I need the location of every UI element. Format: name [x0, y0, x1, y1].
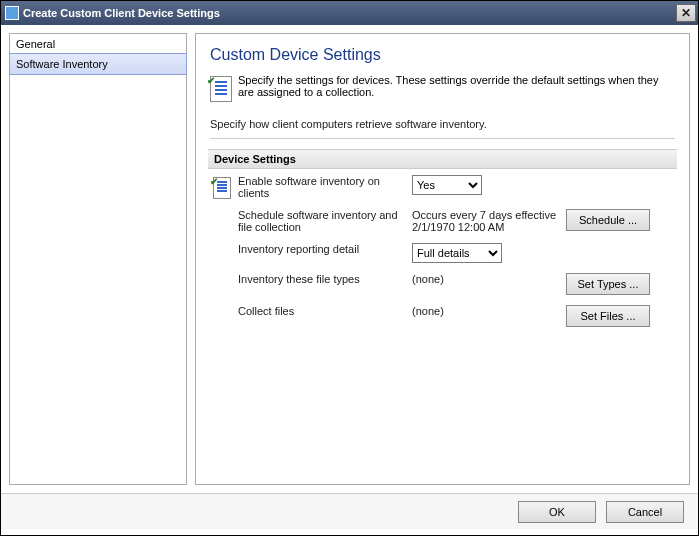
- nav-item-general[interactable]: General: [10, 34, 186, 54]
- enable-select[interactable]: Yes No: [412, 175, 482, 195]
- page-subdescription: Specify how client computers retrieve so…: [210, 118, 675, 130]
- settings-icon: ✔: [210, 76, 232, 102]
- page-description: Specify the settings for devices. These …: [238, 74, 675, 98]
- ok-button[interactable]: OK: [518, 501, 596, 523]
- checklist-icon: ✔: [213, 177, 231, 199]
- close-button[interactable]: ✕: [676, 4, 696, 22]
- reporting-label: Inventory reporting detail: [238, 243, 408, 255]
- section-title: Device Settings: [208, 149, 677, 169]
- schedule-label: Schedule software inventory and file col…: [238, 209, 408, 233]
- nav-item-label: General: [16, 38, 55, 50]
- window-title: Create Custom Client Device Settings: [23, 7, 220, 19]
- filetypes-label: Inventory these file types: [238, 273, 408, 285]
- set-types-button[interactable]: Set Types ...: [566, 273, 650, 295]
- nav-item-label: Software Inventory: [16, 58, 108, 70]
- filetypes-value: (none): [412, 273, 562, 285]
- cancel-button[interactable]: Cancel: [606, 501, 684, 523]
- nav-panel: General Software Inventory: [9, 33, 187, 485]
- nav-item-software-inventory[interactable]: Software Inventory: [9, 53, 187, 75]
- dialog-button-bar: OK Cancel: [1, 493, 698, 529]
- collectfiles-label: Collect files: [238, 305, 408, 317]
- schedule-value: Occurs every 7 days effective 2/1/1970 1…: [412, 209, 562, 233]
- content-panel: Custom Device Settings ✔ Specify the set…: [195, 33, 690, 485]
- reporting-select[interactable]: Full details: [412, 243, 502, 263]
- close-icon: ✕: [681, 6, 691, 20]
- schedule-button[interactable]: Schedule ...: [566, 209, 650, 231]
- divider: [210, 138, 675, 139]
- page-heading: Custom Device Settings: [210, 46, 675, 64]
- enable-label: Enable software inventory on clients: [238, 175, 408, 199]
- title-bar: Create Custom Client Device Settings ✕: [1, 1, 698, 25]
- set-files-button[interactable]: Set Files ...: [566, 305, 650, 327]
- app-icon: [5, 6, 19, 20]
- collectfiles-value: (none): [412, 305, 562, 317]
